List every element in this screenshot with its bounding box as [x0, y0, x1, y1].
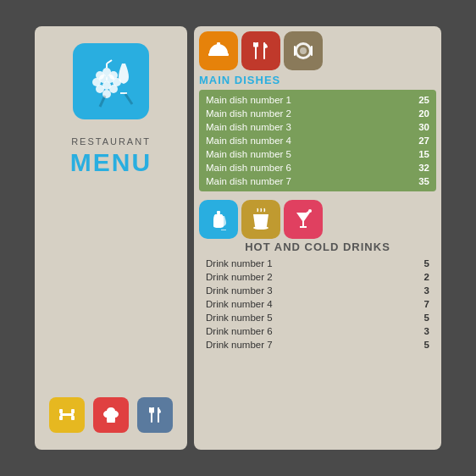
table-chairs-icon: [49, 397, 85, 433]
coffee-header-icon: [241, 200, 280, 239]
svg-rect-26: [217, 42, 220, 45]
main-dish-7-name: Main dish number 7: [206, 176, 412, 186]
main-dishes-list: Main dish number 1 25 Main dish number 2…: [199, 90, 436, 191]
svg-rect-23: [151, 407, 152, 423]
drink-4: Drink number 4 7: [206, 297, 429, 311]
main-dish-7: Main dish number 7 35: [206, 174, 429, 188]
main-dish-6-name: Main dish number 6: [206, 163, 412, 173]
svg-line-12: [107, 60, 112, 64]
svg-rect-32: [294, 46, 296, 56]
svg-point-9: [109, 85, 118, 93]
chef-hat-icon: [93, 397, 129, 433]
main-dish-2: Main dish number 2 20: [206, 107, 429, 120]
svg-rect-15: [60, 413, 74, 416]
drink-5-name: Drink number 5: [206, 313, 412, 323]
cocktail-header-icon: [284, 200, 323, 239]
drink-7-name: Drink number 7: [206, 340, 412, 350]
svg-rect-22: [107, 421, 115, 423]
main-dish-2-price: 20: [412, 108, 429, 119]
svg-line-14: [100, 96, 105, 107]
restaurant-label: RESTAURANT: [71, 136, 151, 147]
main-dishes-title: MAIN DISHES: [194, 74, 441, 86]
drink-6-name: Drink number 6: [206, 326, 412, 336]
main-dish-5-name: Main dish number 5: [206, 149, 412, 159]
main-dish-6-price: 32: [412, 163, 429, 173]
svg-rect-24: [158, 407, 159, 423]
svg-rect-27: [255, 42, 257, 59]
main-dish-4: Main dish number 4 27: [206, 134, 429, 147]
main-dish-3-price: 30: [412, 122, 429, 132]
svg-point-35: [253, 226, 268, 230]
main-dish-3-name: Main dish number 3: [206, 122, 412, 132]
fork-knife-icon: [137, 397, 173, 433]
svg-point-31: [300, 47, 307, 54]
left-panel: RESTAURANT MENU: [35, 26, 187, 450]
svg-point-37: [308, 209, 312, 213]
drink-1-price: 5: [412, 258, 429, 268]
main-dish-1-price: 25: [412, 95, 429, 105]
svg-rect-20: [59, 409, 63, 411]
logo-icon: [73, 43, 149, 119]
main-dishes-header: [194, 26, 441, 70]
cross-cutlery-header-icon: [241, 31, 280, 70]
drink-4-price: 7: [412, 299, 429, 309]
main-dish-7-price: 35: [412, 176, 429, 186]
drink-3: Drink number 3 3: [206, 284, 429, 297]
drink-7-price: 5: [412, 340, 429, 350]
drink-1-name: Drink number 1: [206, 258, 412, 268]
plate-header-icon: [284, 31, 323, 70]
main-dish-4-name: Main dish number 4: [206, 136, 412, 146]
main-dish-4-price: 27: [412, 136, 429, 146]
drink-5: Drink number 5 5: [206, 311, 429, 324]
bottom-icons: [49, 397, 173, 433]
drinks-list: Drink number 1 5 Drink number 2 2 Drink …: [199, 255, 436, 353]
drink-4-name: Drink number 4: [206, 299, 412, 309]
drink-1: Drink number 1 5: [206, 257, 429, 270]
bottle-header-icon: [199, 200, 238, 239]
svg-rect-33: [311, 46, 313, 56]
menu-label: MENU: [70, 148, 152, 177]
drink-2-price: 2: [412, 272, 429, 282]
drink-3-name: Drink number 3: [206, 285, 412, 296]
drink-3-price: 3: [412, 285, 429, 296]
drinks-header: [194, 195, 441, 239]
drink-6-price: 3: [412, 326, 429, 336]
svg-rect-19: [71, 416, 75, 420]
svg-rect-34: [217, 211, 220, 214]
drinks-title: HOT AND COLD DRINKS: [194, 239, 441, 255]
svg-rect-18: [59, 416, 63, 420]
right-panel: MAIN DISHES Main dish number 1 25 Main d…: [194, 26, 441, 450]
drink-2-name: Drink number 2: [206, 272, 412, 282]
drink-5-price: 5: [412, 313, 429, 323]
svg-line-13: [125, 94, 132, 104]
main-dish-5-price: 15: [412, 149, 429, 159]
svg-rect-25: [208, 53, 229, 56]
main-dish-6: Main dish number 6 32: [206, 161, 429, 174]
drink-7: Drink number 7 5: [206, 338, 429, 351]
main-dish-5: Main dish number 5 15: [206, 147, 429, 161]
cloche-header-icon: [199, 31, 238, 70]
main-dish-2-name: Main dish number 2: [206, 108, 412, 119]
menu-container: RESTAURANT MENU: [35, 26, 441, 450]
svg-rect-21: [71, 409, 75, 411]
main-dish-3: Main dish number 3 30: [206, 120, 429, 134]
main-dish-1-name: Main dish number 1: [206, 95, 412, 105]
svg-rect-28: [263, 42, 265, 59]
drink-2: Drink number 2 2: [206, 270, 429, 284]
drink-6: Drink number 6 3: [206, 324, 429, 338]
main-dish-1: Main dish number 1 25: [206, 93, 429, 107]
